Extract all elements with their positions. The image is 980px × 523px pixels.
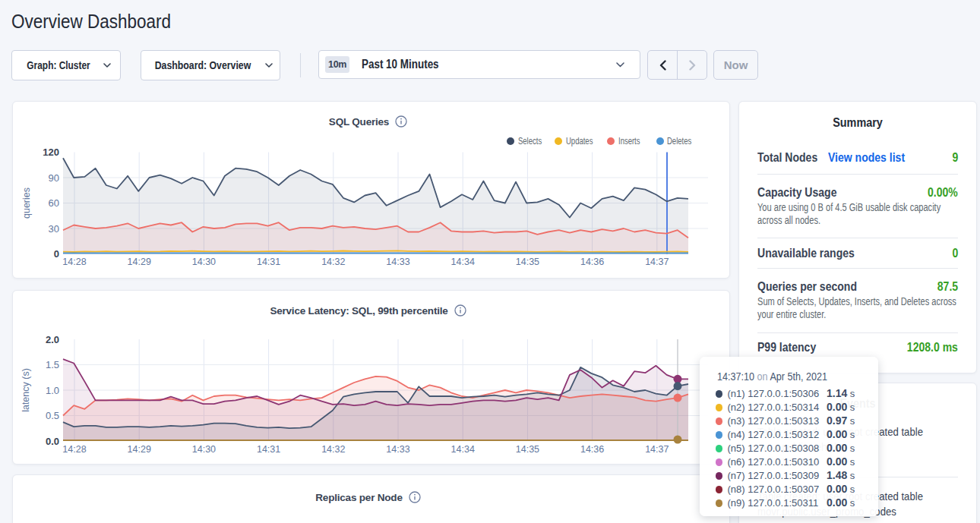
svg-text:14:30: 14:30 [192,257,216,267]
svg-text:14:29: 14:29 [128,257,151,267]
svg-text:1.0: 1.0 [46,385,59,396]
svg-text:0.5: 0.5 [46,410,59,421]
svg-text:14:28: 14:28 [62,444,86,455]
svg-text:14:28: 14:28 [62,257,86,267]
svg-text:14:29: 14:29 [128,444,151,455]
svg-text:14:30: 14:30 [192,444,216,455]
svg-text:14:32: 14:32 [321,257,345,267]
svg-text:60: 60 [49,197,59,209]
svg-text:120: 120 [43,147,59,158]
svg-text:14:31: 14:31 [257,444,280,455]
svg-text:0.0: 0.0 [46,436,59,447]
svg-text:0: 0 [54,248,59,260]
svg-text:14:36: 14:36 [580,257,604,267]
svg-text:14:31: 14:31 [257,257,280,267]
svg-text:14:33: 14:33 [386,444,409,455]
svg-text:14:36: 14:36 [580,444,604,455]
svg-text:queries: queries [21,187,32,219]
svg-text:14:35: 14:35 [516,257,539,267]
svg-text:1.5: 1.5 [46,359,59,370]
svg-text:14:32: 14:32 [321,444,345,455]
svg-text:90: 90 [49,172,59,184]
svg-text:14:34: 14:34 [451,257,475,267]
svg-text:2.0: 2.0 [46,334,59,345]
svg-text:14:37: 14:37 [645,444,669,455]
svg-text:14:34: 14:34 [451,444,475,455]
svg-text:14:37: 14:37 [645,257,669,267]
svg-text:latency (s): latency (s) [21,368,31,412]
svg-text:14:35: 14:35 [516,444,539,455]
svg-text:14:33: 14:33 [386,257,409,267]
svg-text:30: 30 [49,223,59,235]
